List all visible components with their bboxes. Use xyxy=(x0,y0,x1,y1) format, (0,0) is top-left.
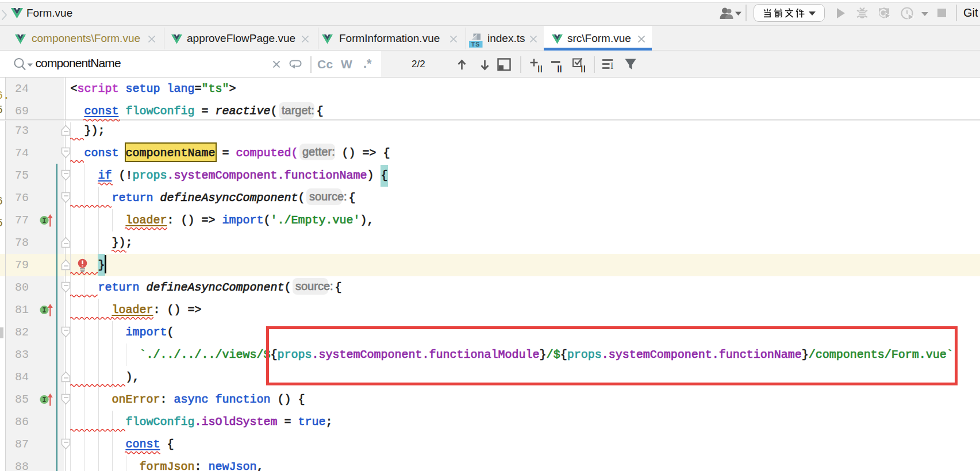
svg-text:TS: TS xyxy=(471,41,479,48)
